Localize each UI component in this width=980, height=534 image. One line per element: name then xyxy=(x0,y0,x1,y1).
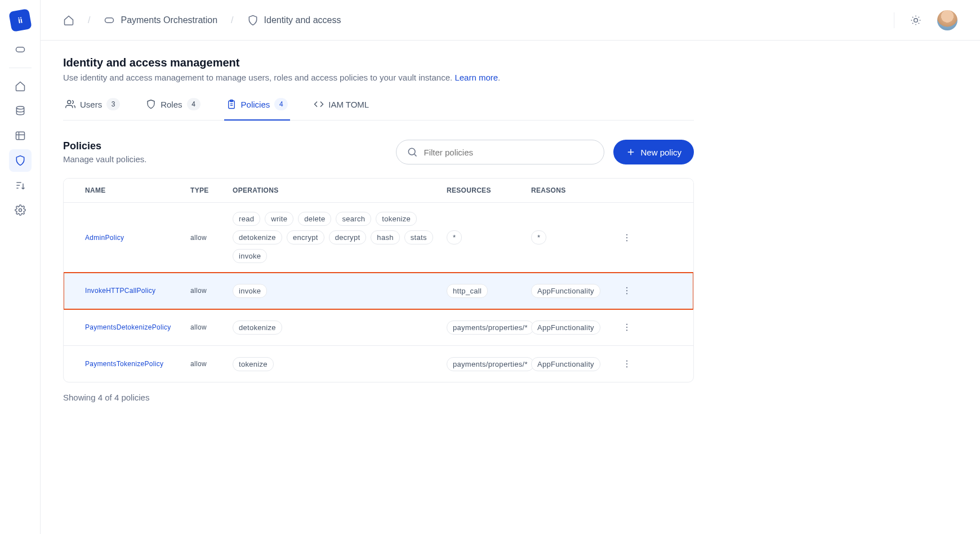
button-label: New policy xyxy=(640,148,681,157)
sidebar-item-home[interactable] xyxy=(9,75,32,97)
operation-pill: tokenize xyxy=(376,212,417,226)
more-vertical-icon xyxy=(622,359,632,369)
sidebar-item-settings[interactable] xyxy=(9,199,32,221)
users-icon xyxy=(65,99,75,109)
policy-type: allow xyxy=(190,234,233,242)
learn-more-link[interactable]: Learn more xyxy=(455,73,498,82)
breadcrumb-label: Identity and access xyxy=(264,15,341,25)
operation-pill: stats xyxy=(404,230,433,244)
operation-pill: delete xyxy=(298,212,331,226)
tab-badge: 3 xyxy=(106,98,120,110)
svg-point-21 xyxy=(68,100,71,104)
row-menu-button[interactable] xyxy=(618,229,636,247)
operation-pill: tokenize xyxy=(233,357,274,371)
clipboard-icon xyxy=(226,99,237,109)
breadcrumb-iam[interactable]: Identity and access xyxy=(247,15,341,26)
sun-icon xyxy=(910,15,921,26)
tab-roles[interactable]: Roles 4 xyxy=(144,98,202,121)
resource-pill: * xyxy=(447,230,462,244)
table-row: PaymentsTokenizePolicyallowtokenizepayme… xyxy=(64,346,693,382)
svg-point-30 xyxy=(626,234,627,235)
search-box[interactable] xyxy=(396,140,604,164)
search-icon xyxy=(407,146,418,158)
tabs: Users 3 Roles 4 Policies 4 IAM TOML xyxy=(63,98,694,121)
operation-pill: read xyxy=(233,212,260,226)
resource-pill: payments/properties/* xyxy=(447,357,534,371)
operation-pill: detokenize xyxy=(233,321,282,335)
reason-pill: * xyxy=(531,230,546,244)
tab-badge: 4 xyxy=(274,98,288,110)
table-icon xyxy=(15,130,26,141)
more-vertical-icon xyxy=(622,322,632,332)
svg-point-26 xyxy=(409,148,416,155)
reason-pill: AppFunctionality xyxy=(531,357,600,371)
col-header-type: TYPE xyxy=(190,186,233,194)
theme-toggle[interactable] xyxy=(906,10,926,30)
breadcrumb-home[interactable] xyxy=(63,15,74,26)
more-vertical-icon xyxy=(622,286,632,296)
new-policy-button[interactable]: New policy xyxy=(613,140,694,164)
svg-line-19 xyxy=(912,23,913,23)
home-icon xyxy=(63,15,74,26)
breadcrumb-separator: / xyxy=(231,15,233,25)
sidebar-item-tables[interactable] xyxy=(9,124,32,147)
table-footer: Showing 4 of 4 policies xyxy=(63,393,694,402)
reason-pill: AppFunctionality xyxy=(531,284,600,298)
server-icon xyxy=(15,44,26,55)
code-icon xyxy=(314,99,324,109)
tab-label: Users xyxy=(80,100,102,109)
svg-point-38 xyxy=(626,330,627,331)
operation-pill: invoke xyxy=(233,249,267,263)
search-input[interactable] xyxy=(424,148,594,157)
svg-point-32 xyxy=(626,240,627,241)
app-logo[interactable]: ii xyxy=(8,8,32,32)
table-row: InvokeHTTPCallPolicyallowinvokehttp_call… xyxy=(64,273,693,309)
svg-line-16 xyxy=(919,23,919,23)
tab-policies[interactable]: Policies 4 xyxy=(224,98,291,121)
plus-icon xyxy=(626,147,636,157)
policy-name-link[interactable]: PaymentsDetokenizePolicy xyxy=(85,323,171,331)
col-header-res: RESOURCES xyxy=(447,186,531,194)
tab-label: Policies xyxy=(241,100,270,109)
policy-name-link[interactable]: PaymentsTokenizePolicy xyxy=(85,360,163,368)
col-header-reasons: REASONS xyxy=(531,186,610,194)
operation-pill: detokenize xyxy=(233,230,282,244)
shield-icon xyxy=(15,155,26,166)
home-icon xyxy=(15,81,26,92)
resource-pill: http_call xyxy=(447,284,488,298)
avatar[interactable] xyxy=(937,10,957,30)
sidebar-item-sort[interactable] xyxy=(9,174,32,197)
sidebar-item-vault[interactable] xyxy=(9,38,32,61)
tab-users[interactable]: Users 3 xyxy=(63,98,122,121)
svg-point-41 xyxy=(626,366,627,367)
breadcrumb-orchestration[interactable]: Payments Orchestration xyxy=(104,15,217,26)
policy-name-link[interactable]: InvokeHTTPCallPolicy xyxy=(85,287,155,295)
operation-pill: encrypt xyxy=(287,230,324,244)
svg-rect-3 xyxy=(16,132,24,139)
svg-point-12 xyxy=(914,18,918,22)
breadcrumb: / Payments Orchestration / Identity and … xyxy=(63,15,341,26)
sidebar-item-data[interactable] xyxy=(9,100,32,122)
sort-icon xyxy=(15,180,26,191)
sidebar-item-iam[interactable] xyxy=(9,149,32,172)
svg-point-2 xyxy=(16,106,24,109)
operation-pill: search xyxy=(336,212,371,226)
server-icon xyxy=(104,15,115,26)
operation-pill: invoke xyxy=(233,284,267,298)
svg-rect-0 xyxy=(16,47,24,52)
col-header-ops: OPERATIONS xyxy=(233,186,447,194)
svg-line-15 xyxy=(912,17,913,17)
section-title: Policies xyxy=(63,140,146,152)
policy-name-link[interactable]: AdminPolicy xyxy=(85,234,124,242)
reason-pill: AppFunctionality xyxy=(531,321,600,335)
table-row: PaymentsDetokenizePolicyallowdetokenizep… xyxy=(64,309,693,346)
row-menu-button[interactable] xyxy=(618,282,636,300)
svg-line-20 xyxy=(919,17,919,17)
tab-iam-toml[interactable]: IAM TOML xyxy=(311,98,371,121)
tab-label: IAM TOML xyxy=(328,100,369,109)
col-header-name: NAME xyxy=(64,186,190,194)
svg-rect-10 xyxy=(105,17,114,22)
row-menu-button[interactable] xyxy=(618,318,636,336)
operation-pill: write xyxy=(265,212,293,226)
row-menu-button[interactable] xyxy=(618,355,636,373)
